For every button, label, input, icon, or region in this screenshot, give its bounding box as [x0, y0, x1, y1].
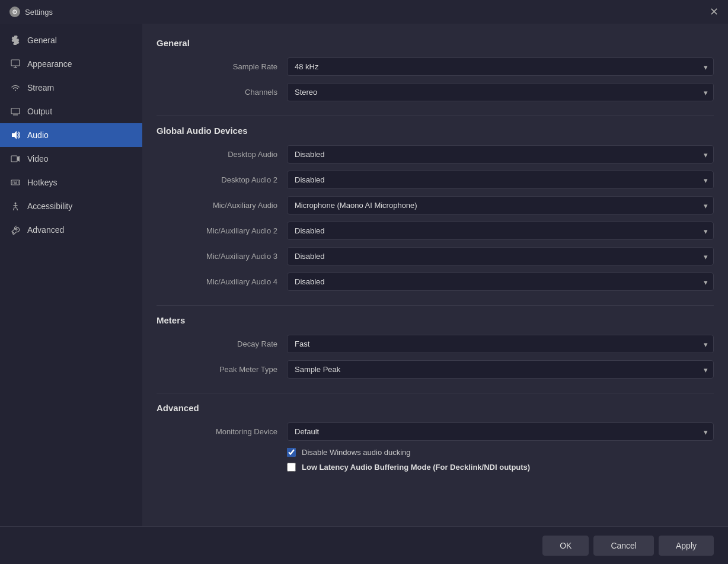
mic-aux2-label: Mic/Auxiliary Audio 2: [157, 226, 287, 235]
sample-rate-row: Sample Rate 44.1 kHz 48 kHz: [157, 57, 714, 76]
sidebar: General Appearance: [0, 24, 142, 526]
svg-rect-4: [11, 108, 20, 114]
decay-rate-select-wrapper: Fast Medium Slow: [287, 335, 714, 353]
speaker-icon: [9, 129, 21, 141]
desktop-audio-label: Desktop Audio: [157, 150, 287, 159]
separator-3: [157, 393, 714, 393]
channels-select-wrapper: Mono Stereo 2.1 4.0 4.1 5.1 7.1: [287, 83, 714, 101]
section-advanced-title: Advanced: [157, 403, 714, 413]
wrench-icon: [9, 224, 21, 236]
channels-row: Channels Mono Stereo 2.1 4.0 4.1 5.1 7.1: [157, 83, 714, 101]
monitoring-device-label: Monitoring Device: [157, 427, 287, 436]
window-title: Settings: [25, 8, 53, 17]
mic-aux4-select-wrapper: Disabled: [287, 273, 714, 291]
svg-rect-9: [11, 180, 20, 185]
desktop-audio2-label: Desktop Audio 2: [157, 175, 287, 184]
desktop-audio2-select-wrapper: Disabled: [287, 171, 714, 189]
disable-ducking-checkbox[interactable]: [287, 448, 296, 457]
sample-rate-select[interactable]: 44.1 kHz 48 kHz: [287, 57, 714, 76]
sidebar-item-stream[interactable]: Stream: [0, 76, 142, 100]
sidebar-item-audio[interactable]: Audio: [0, 123, 142, 147]
tv-icon: [9, 105, 21, 117]
sidebar-item-appearance[interactable]: Appearance: [0, 52, 142, 76]
sidebar-label-output: Output: [27, 107, 52, 116]
sidebar-item-advanced[interactable]: Advanced: [0, 218, 142, 242]
sidebar-label-general: General: [27, 36, 57, 45]
svg-point-3: [15, 90, 16, 91]
low-latency-label: Low Latency Audio Buffering Mode (For De…: [302, 463, 530, 472]
section-general-title: General: [157, 38, 714, 48]
peak-meter-select-wrapper: Sample Peak True Peak: [287, 360, 714, 379]
sample-rate-select-wrapper: 44.1 kHz 48 kHz: [287, 57, 714, 76]
desktop-audio2-select[interactable]: Disabled: [287, 171, 714, 189]
sidebar-label-audio: Audio: [27, 130, 49, 140]
content-area: General Appearance: [0, 24, 728, 526]
sidebar-label-hotkeys: Hotkeys: [27, 178, 58, 187]
monitor-icon: [9, 58, 21, 70]
separator-1: [157, 116, 714, 116]
footer: OK Cancel Apply: [0, 526, 728, 564]
mic-aux3-select[interactable]: Disabled: [287, 247, 714, 265]
mic-aux-select-wrapper: Disabled Microphone (Maono AI Microphone…: [287, 196, 714, 214]
monitoring-device-select[interactable]: Default: [287, 422, 714, 441]
desktop-audio-select[interactable]: Disabled: [287, 145, 714, 164]
desktop-audio-select-wrapper: Disabled: [287, 145, 714, 164]
mic-aux2-select-wrapper: Disabled: [287, 222, 714, 240]
peak-meter-row: Peak Meter Type Sample Peak True Peak: [157, 360, 714, 379]
main-area: General Sample Rate 44.1 kHz 48 kHz Chan…: [142, 24, 728, 526]
sidebar-item-hotkeys[interactable]: Hotkeys: [0, 171, 142, 194]
mic-aux-select[interactable]: Disabled Microphone (Maono AI Microphone…: [287, 196, 714, 214]
app-icon: ⚙: [9, 7, 20, 17]
video-icon: [9, 153, 21, 165]
svg-marker-8: [17, 156, 20, 162]
svg-rect-7: [11, 156, 17, 162]
peak-meter-label: Peak Meter Type: [157, 365, 287, 374]
close-button[interactable]: ✕: [710, 7, 719, 17]
separator-2: [157, 305, 714, 306]
svg-marker-6: [12, 131, 17, 139]
mic-aux-row: Mic/Auxiliary Audio Disabled Microphone …: [157, 196, 714, 214]
sidebar-item-output[interactable]: Output: [0, 100, 142, 123]
mic-aux4-select[interactable]: Disabled: [287, 273, 714, 291]
cancel-button[interactable]: Cancel: [593, 536, 654, 556]
sidebar-item-general[interactable]: General: [0, 28, 142, 52]
section-advanced: Advanced Monitoring Device Default Disab…: [157, 403, 714, 472]
sidebar-item-video[interactable]: Video: [0, 147, 142, 171]
decay-rate-row: Decay Rate Fast Medium Slow: [157, 335, 714, 353]
settings-window: ⚙ Settings ✕ General: [0, 0, 728, 564]
decay-rate-select[interactable]: Fast Medium Slow: [287, 335, 714, 353]
sidebar-label-video: Video: [27, 154, 49, 164]
apply-button[interactable]: Apply: [659, 536, 714, 556]
peak-meter-select[interactable]: Sample Peak True Peak: [287, 360, 714, 379]
sidebar-label-stream: Stream: [27, 83, 54, 92]
monitoring-device-select-wrapper: Default: [287, 422, 714, 441]
gear-icon: [9, 34, 21, 46]
mic-aux-label: Mic/Auxiliary Audio: [157, 201, 287, 210]
svg-rect-0: [11, 60, 20, 66]
mic-aux3-row: Mic/Auxiliary Audio 3 Disabled: [157, 247, 714, 265]
sample-rate-label: Sample Rate: [157, 62, 287, 71]
section-global-audio-title: Global Audio Devices: [157, 126, 714, 136]
section-global-audio: Global Audio Devices Desktop Audio Disab…: [157, 126, 714, 291]
desktop-audio-row: Desktop Audio Disabled: [157, 145, 714, 164]
disable-ducking-label: Disable Windows audio ducking: [302, 448, 411, 457]
ok-button[interactable]: OK: [542, 536, 589, 556]
monitoring-device-row: Monitoring Device Default: [157, 422, 714, 441]
channels-select[interactable]: Mono Stereo 2.1 4.0 4.1 5.1 7.1: [287, 83, 714, 101]
low-latency-checkbox[interactable]: [287, 463, 296, 472]
mic-aux3-label: Mic/Auxiliary Audio 3: [157, 252, 287, 261]
mic-aux2-row: Mic/Auxiliary Audio 2 Disabled: [157, 222, 714, 240]
disable-ducking-row: Disable Windows audio ducking: [157, 448, 714, 457]
decay-rate-label: Decay Rate: [157, 339, 287, 348]
sidebar-item-accessibility[interactable]: Accessibility: [0, 194, 142, 218]
section-meters-title: Meters: [157, 315, 714, 325]
desktop-audio2-row: Desktop Audio 2 Disabled: [157, 171, 714, 189]
sidebar-label-advanced: Advanced: [27, 225, 64, 235]
channels-label: Channels: [157, 88, 287, 97]
titlebar: ⚙ Settings ✕: [0, 0, 728, 24]
low-latency-row: Low Latency Audio Buffering Mode (For De…: [157, 463, 714, 472]
section-meters: Meters Decay Rate Fast Medium Slow Peak …: [157, 315, 714, 379]
mic-aux2-select[interactable]: Disabled: [287, 222, 714, 240]
mic-aux4-row: Mic/Auxiliary Audio 4 Disabled: [157, 273, 714, 291]
mic-aux3-select-wrapper: Disabled: [287, 247, 714, 265]
